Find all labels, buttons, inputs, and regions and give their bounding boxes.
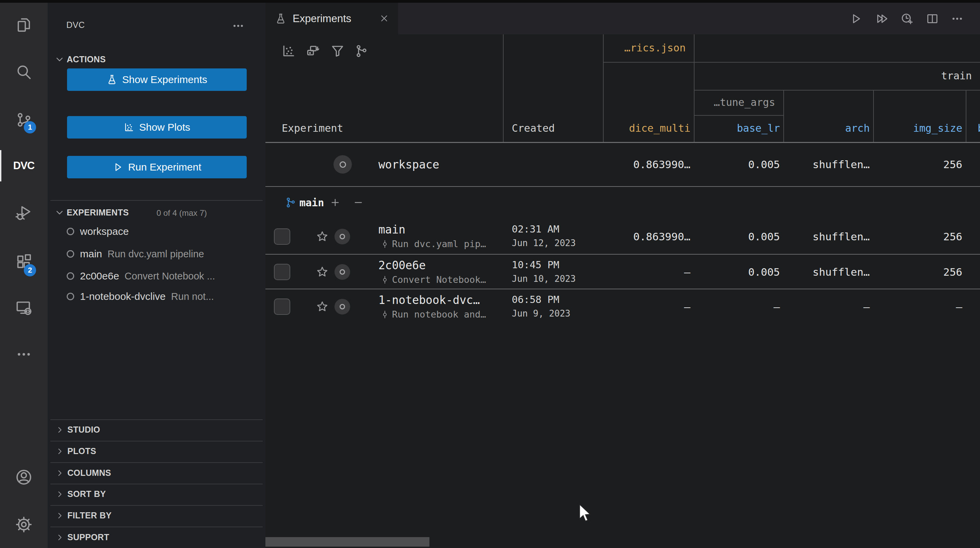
experiments-chevron-down-icon[interactable] (54, 207, 65, 220)
experiment-name[interactable]: workspace (379, 158, 439, 171)
created-time: 10:45 PM (512, 259, 559, 271)
cell-base-lr: – (694, 301, 780, 313)
mouse-cursor (579, 503, 594, 524)
run-experiment-button[interactable]: Run Experiment (67, 156, 247, 178)
section-support[interactable]: SUPPORT (48, 527, 266, 548)
column-header-clipped[interactable]: b (975, 122, 980, 134)
column-group-tune-args[interactable]: …tune_args (694, 96, 775, 108)
section-sort-by[interactable]: SORT BY (48, 483, 266, 505)
experiment-name[interactable]: 1-notebook-dvc… (379, 293, 480, 307)
radio-circle-icon (67, 293, 74, 300)
bullseye-icon[interactable] (334, 229, 350, 244)
remote-explorer-icon[interactable] (0, 291, 48, 325)
git-commit-icon (380, 240, 389, 249)
created-time: 06:58 PM (512, 294, 559, 305)
split-editor-icon[interactable] (926, 12, 939, 25)
table-row-workspace[interactable]: workspace 0.863990… 0.005 shufflen… 256 (266, 143, 980, 186)
source-control-icon[interactable]: 1 (0, 103, 48, 137)
minus-icon[interactable] (353, 197, 364, 208)
header-divider (694, 115, 783, 116)
section-columns[interactable]: COLUMNS (48, 462, 266, 483)
section-filter-by[interactable]: FILTER BY (48, 505, 266, 526)
table-row-1-notebook-dvclive[interactable]: 1-notebook-dvc… Run notebook and… 06:58 … (266, 289, 980, 324)
search-icon[interactable] (0, 55, 48, 89)
columns-icon[interactable] (305, 43, 321, 59)
column-divider[interactable] (966, 91, 966, 143)
explorer-icon[interactable] (0, 8, 48, 42)
extensions-icon[interactable]: 2 (0, 245, 48, 279)
experiments-section-header[interactable]: EXPERIMENTS (67, 208, 129, 218)
more-actions-icon[interactable] (950, 12, 964, 25)
column-group-metrics-file[interactable]: …rics.json (603, 42, 686, 54)
column-divider[interactable] (873, 91, 874, 143)
table-row-2c00e6e[interactable]: 2c00e6e Convert Notebook… 10:45 PM Jun 1… (266, 255, 980, 289)
tab-title: Experiments (293, 13, 351, 25)
row-checkbox[interactable] (274, 264, 290, 280)
section-studio[interactable]: STUDIO (48, 419, 266, 440)
settings-gear-icon[interactable] (0, 508, 48, 542)
column-divider[interactable] (783, 91, 784, 143)
filter-icon[interactable] (330, 43, 345, 59)
column-divider[interactable] (503, 34, 504, 143)
dvc-extension-icon[interactable]: DVC (0, 149, 48, 183)
created-date: Jun 10, 2023 (512, 274, 576, 284)
sidebar-item-main[interactable]: main Run dvc.yaml pipeline (48, 244, 266, 264)
row-checkbox[interactable] (274, 228, 290, 245)
star-icon[interactable] (316, 230, 329, 243)
column-header-base-lr[interactable]: base_lr (694, 122, 780, 134)
star-icon[interactable] (316, 300, 329, 313)
run-experiment-icon[interactable] (849, 12, 862, 25)
branch-name: main (299, 197, 324, 209)
experiment-name[interactable]: 2c00e6e (379, 259, 426, 272)
more-views-icon[interactable] (0, 337, 48, 371)
tab-experiments[interactable]: Experiments (266, 3, 398, 34)
horizontal-scrollbar-thumb[interactable] (266, 537, 430, 546)
show-plots-button[interactable]: Show Plots (67, 116, 247, 139)
git-commit-icon (380, 276, 389, 284)
column-header-dice-multi[interactable]: dice_multi (603, 122, 690, 134)
experiments-table-webview: …rics.json train …tune_args Experiment C… (266, 34, 980, 548)
table-row-main[interactable]: main Run dvc.yaml pip… 02:31 AM Jun 12, … (266, 219, 980, 254)
cell-base-lr: 0.005 (694, 266, 780, 278)
run-debug-icon[interactable] (0, 196, 48, 230)
sidebar-item-workspace[interactable]: workspace (48, 221, 266, 242)
git-branch-icon[interactable] (354, 43, 369, 59)
column-group-train[interactable]: train (694, 70, 972, 82)
show-experiments-button[interactable]: Show Experiments (67, 68, 247, 91)
bullseye-icon[interactable] (334, 155, 352, 174)
sidebar-more-actions-icon[interactable] (231, 19, 245, 34)
plots-icon[interactable] (281, 43, 296, 59)
column-header-img-size[interactable]: img_size (873, 122, 962, 134)
bullseye-icon[interactable] (334, 264, 350, 280)
cell-arch: shufflen… (783, 158, 870, 170)
star-icon[interactable] (316, 266, 329, 279)
cell-base-lr: 0.005 (694, 231, 780, 243)
extensions-badge: 2 (24, 264, 36, 276)
row-checkbox[interactable] (274, 298, 290, 315)
sidebar-item-1-notebook-dvclive[interactable]: 1-notebook-dvclive Run not... (48, 286, 266, 307)
section-plots[interactable]: PLOTS (48, 440, 266, 462)
plus-icon[interactable] (329, 197, 341, 208)
account-icon[interactable] (0, 460, 48, 494)
window-top-edge (0, 0, 980, 3)
source-control-badge: 1 (24, 121, 36, 134)
experiment-name[interactable]: main (379, 223, 405, 236)
actions-chevron-down-icon[interactable] (54, 54, 65, 67)
actions-section-header[interactable]: ACTIONS (67, 54, 106, 64)
queue-experiment-icon[interactable] (900, 12, 914, 25)
chevron-right-icon (55, 446, 65, 456)
experiment-description: Run dvc.yaml pip… (380, 239, 486, 249)
column-header-created[interactable]: Created (512, 122, 555, 134)
cell-dice-multi: 0.863990… (603, 158, 690, 170)
dvc-sidebar: DVC ACTIONS Show Experiments Show Plots … (48, 3, 266, 548)
column-header-experiment[interactable]: Experiment (282, 122, 343, 134)
sidebar-item-2c00e6e[interactable]: 2c00e6e Convert Notebook ... (48, 266, 266, 287)
run-all-experiments-icon[interactable] (875, 12, 889, 25)
editor-area: Experiments …rics.json train …tune_args … (266, 3, 980, 548)
cell-img-size: 256 (873, 266, 962, 278)
column-header-arch[interactable]: arch (783, 122, 870, 134)
close-icon[interactable] (379, 13, 389, 24)
bullseye-icon[interactable] (334, 299, 350, 314)
created-date: Jun 12, 2023 (512, 238, 576, 248)
experiment-description: Convert Notebook… (380, 274, 486, 285)
